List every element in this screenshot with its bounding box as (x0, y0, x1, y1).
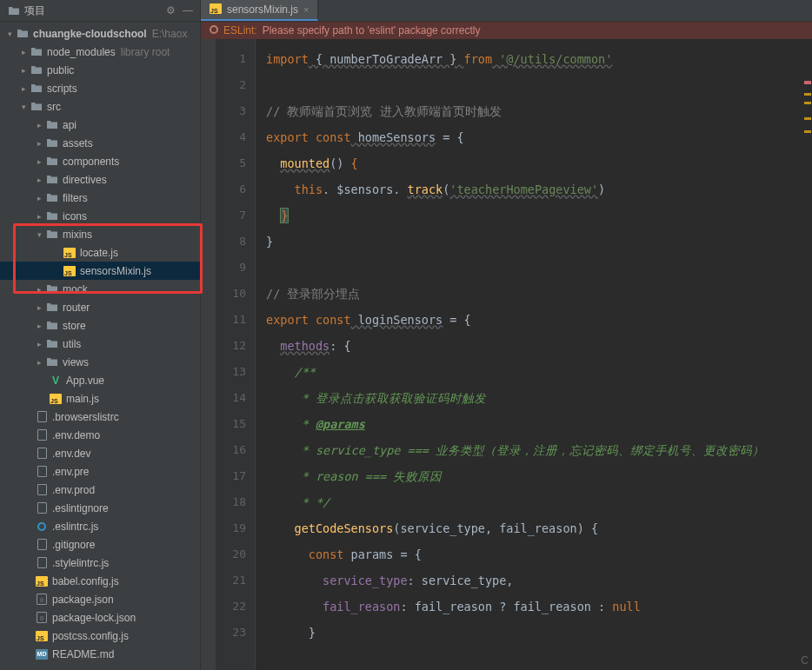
tree-file-locate[interactable]: JSlocate.js (0, 243, 200, 262)
tree-folder-directives[interactable]: ▸directives (0, 170, 200, 189)
folder-icon (16, 29, 30, 38)
tree-file-envdev[interactable]: .env.dev (0, 444, 200, 462)
tree-folder-assets[interactable]: ▸assets (0, 134, 200, 152)
project-tree: ▾ chuangke-cloudschool E:\haox ▸ node_mo… (0, 22, 200, 670)
warning-marker-icon (804, 93, 811, 96)
folder-icon (30, 102, 43, 111)
tree-label: components (63, 156, 119, 168)
tree-label: store (63, 320, 86, 332)
eslint-icon (35, 522, 49, 531)
tree-file-postcss[interactable]: JSpostcss.config.js (0, 627, 200, 645)
file-icon (35, 557, 49, 568)
chevron-right-icon: ▸ (35, 303, 43, 312)
tree-folder-node-modules[interactable]: ▸ node_modules library root (0, 43, 200, 61)
folder-icon (45, 321, 59, 330)
tree-label: .env.dev (52, 448, 90, 460)
collapse-icon[interactable]: — (183, 4, 193, 17)
folder-icon (45, 156, 59, 166)
tree-root[interactable]: ▾ chuangke-cloudschool E:\haox (0, 24, 200, 43)
tree-label: mixins (63, 229, 92, 241)
tab-label: sensorsMixin.js (227, 3, 298, 16)
folder-icon (45, 284, 59, 294)
code-editor[interactable]: import { numberToGradeArr } from '@/util… (256, 39, 812, 670)
tab-sensorsmixin[interactable]: JS sensorsMixin.js × (201, 0, 318, 21)
js-file-icon: JS (49, 394, 63, 404)
tree-file-envdemo[interactable]: .env.demo (0, 426, 200, 444)
breadcrumb-strip (201, 39, 216, 670)
tree-label: README.md (52, 648, 114, 660)
tree-file-eslintrcjs[interactable]: .eslintrc.js (0, 517, 200, 535)
tree-file-gitignore[interactable]: .gitignore (0, 535, 200, 554)
tab-bar: JS sensorsMixin.js × (201, 0, 812, 22)
folder-icon (30, 47, 43, 56)
tree-folder-public[interactable]: ▸public (0, 61, 200, 79)
tree-folder-icons[interactable]: ▸icons (0, 207, 200, 225)
warning-marker-icon (804, 102, 811, 104)
tree-label: views (63, 356, 89, 368)
tree-file-eslintignore[interactable]: .eslintignore (0, 499, 200, 517)
warning-marker-icon (804, 130, 811, 133)
chevron-right-icon: ▸ (35, 285, 43, 294)
chevron-right-icon: ▸ (35, 121, 43, 129)
tree-file-sensorsmixin[interactable]: JSsensorsMixin.js (0, 262, 200, 280)
file-icon (35, 466, 49, 477)
tree-file-babelconfig[interactable]: JSbabel.config.js (0, 572, 200, 590)
tree-file-envpre[interactable]: .env.pre (0, 462, 200, 481)
close-icon[interactable]: × (303, 4, 309, 15)
tree-folder-views[interactable]: ▸views (0, 353, 200, 371)
line-number: 10 (216, 281, 246, 307)
folder-icon (45, 302, 59, 312)
js-file-icon: JS (35, 576, 49, 587)
tree-folder-scripts[interactable]: ▸scripts (0, 79, 200, 97)
tree-folder-components[interactable]: ▸components (0, 152, 200, 170)
line-number: 1 (216, 46, 246, 72)
line-number: 9 (216, 255, 246, 281)
tree-label: .eslintignore (52, 502, 109, 514)
eslint-warning-bar: ESLint: Please specify path to 'eslint' … (201, 22, 812, 39)
tree-label: locate.js (80, 247, 118, 259)
file-icon (35, 502, 49, 514)
line-number: 14 (216, 385, 246, 411)
line-number: 6 (216, 176, 246, 202)
tree-folder-api[interactable]: ▸api (0, 116, 200, 134)
file-icon (35, 539, 49, 550)
tree-file-browserslistrc[interactable]: .browserslistrc (0, 408, 200, 426)
chevron-right-icon: ▸ (35, 212, 43, 221)
tree-folder-utils[interactable]: ▸utils (0, 335, 200, 353)
tree-file-packagejson[interactable]: {}package.json (0, 590, 200, 608)
tree-folder-store[interactable]: ▸store (0, 316, 200, 335)
tree-file-envprod[interactable]: .env.prod (0, 481, 200, 499)
tree-folder-mock[interactable]: ▸mock (0, 280, 200, 298)
line-number: 12 (216, 333, 246, 359)
line-number: 11 (216, 307, 246, 333)
line-number: 7 (216, 202, 246, 229)
project-sidebar: 项目 ⚙ — ▾ chuangke-cloudschool E:\haox ▸ … (0, 0, 201, 670)
tree-file-stylelintrc[interactable]: .stylelintrc.js (0, 554, 200, 572)
line-number: 16 (216, 437, 246, 463)
tree-file-appvue[interactable]: VApp.vue (0, 371, 200, 389)
line-number: 2 (216, 72, 246, 98)
tree-label: mock (63, 283, 88, 295)
tree-label: .eslintrc.js (52, 521, 98, 533)
tree-folder-mixins[interactable]: ▾mixins (0, 225, 200, 243)
tree-label: App.vue (66, 375, 104, 387)
tree-file-mainjs[interactable]: JSmain.js (0, 389, 200, 408)
chevron-right-icon: ▸ (19, 84, 28, 93)
line-number: 18 (216, 489, 246, 515)
tree-folder-src[interactable]: ▾src (0, 97, 200, 116)
line-number: 3 (216, 98, 246, 124)
gear-icon[interactable]: ⚙ (166, 4, 176, 17)
tree-folder-filters[interactable]: ▸filters (0, 189, 200, 207)
tree-label: filters (63, 192, 88, 204)
bottom-right-indicator: C (801, 654, 809, 667)
folder-icon (45, 175, 59, 184)
tree-folder-router[interactable]: ▸router (0, 298, 200, 316)
tree-label: assets (63, 137, 93, 149)
tree-label: .env.demo (52, 429, 100, 441)
tree-label: package.json (52, 594, 114, 606)
line-number: 19 (216, 515, 246, 541)
tree-file-readme[interactable]: MDREADME.md (0, 645, 200, 663)
tree-label: .browserslistrc (52, 411, 119, 423)
tree-file-packagelock[interactable]: {}package-lock.json (0, 608, 200, 627)
tree-label: directives (63, 174, 107, 186)
